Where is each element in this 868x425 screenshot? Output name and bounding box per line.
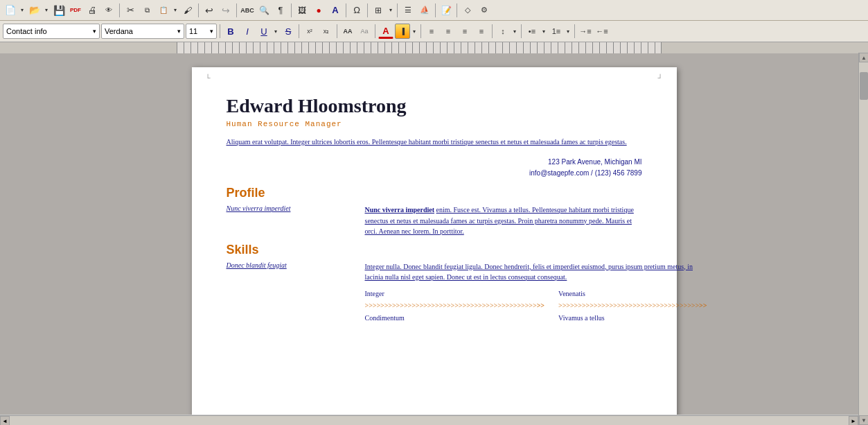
decrease-indent-button[interactable]: ←≡: [594, 24, 610, 39]
fontwork-button[interactable]: A: [328, 3, 343, 18]
separator-5: [346, 3, 346, 17]
align-center-button[interactable]: ≡: [441, 24, 456, 39]
document-page[interactable]: └ ┘ Edward Hloomstrong Human Resource Ma…: [192, 67, 677, 415]
find-button[interactable]: 🔍: [256, 3, 272, 18]
main-area: └ ┘ Edward Hloomstrong Human Resource Ma…: [0, 53, 868, 415]
new-button[interactable]: 📄: [3, 3, 18, 18]
size-dropdown[interactable]: 11 ▾: [186, 24, 217, 39]
skills-right: Integer nulla. Donec blandit feugiat lig…: [365, 261, 707, 324]
orderedlist-group: 1≡ ▾: [549, 24, 572, 39]
unorderedlist-dropdown-arrow[interactable]: ▾: [540, 24, 547, 39]
ordered-list-button[interactable]: 1≡: [549, 24, 564, 39]
separator-1: [119, 3, 120, 17]
separator-4: [291, 3, 292, 17]
separator-7: [397, 3, 398, 17]
paste-button[interactable]: 📋: [156, 3, 171, 18]
separator-f1: [220, 24, 220, 38]
scrollbar-thumb[interactable]: [860, 72, 868, 100]
paste-dropdown-arrow[interactable]: ▾: [172, 3, 179, 18]
underline-group: U ▾: [256, 24, 279, 39]
skills-subtitle: Donec blandit feugiat: [227, 261, 351, 269]
highlight-dropdown-arrow[interactable]: ▾: [411, 24, 418, 39]
separator-f3: [337, 24, 337, 38]
style-dropdown[interactable]: Contact info ▾: [3, 24, 100, 39]
postit-button[interactable]: 📝: [439, 3, 454, 18]
corner-mark-tl: └: [206, 74, 211, 82]
open-button[interactable]: 📂: [27, 3, 42, 18]
styles-button[interactable]: ☰: [400, 3, 416, 18]
uppercase-button[interactable]: AA: [340, 24, 355, 39]
pdf-button[interactable]: PDF: [68, 3, 83, 18]
omega-button[interactable]: Ω: [349, 3, 364, 18]
increase-indent-button[interactable]: →≡: [578, 24, 593, 39]
contact-address: 123 Park Avenue, Michigan MI: [227, 157, 642, 168]
font-dropdown[interactable]: Verdana ▾: [101, 24, 184, 39]
image-button[interactable]: 🖼: [294, 3, 310, 18]
skill-label-4: Vivamus a tellus: [558, 313, 707, 324]
scroll-up-arrow[interactable]: ▲: [859, 53, 868, 62]
document-name: Edward Hloomstrong: [227, 95, 642, 117]
underline-dropdown-arrow[interactable]: ▾: [272, 24, 279, 39]
cut-button[interactable]: ✂: [123, 3, 138, 18]
separator-f7: [521, 24, 522, 38]
new-dropdown-arrow[interactable]: ▾: [19, 3, 26, 18]
separator-f6: [492, 24, 493, 38]
size-dropdown-value: 11: [189, 27, 210, 35]
undo-button[interactable]: ↩: [202, 3, 217, 18]
toolbar-row-2: Contact info ▾ Verdana ▾ 11 ▾ B I U ▾ S …: [0, 21, 868, 42]
align-justify-button[interactable]: ≡: [474, 24, 489, 39]
italic-button[interactable]: I: [240, 24, 255, 39]
style-dropdown-arrow[interactable]: ▾: [93, 28, 96, 35]
open-dropdown-arrow[interactable]: ▾: [43, 3, 50, 18]
bold-button[interactable]: B: [223, 24, 238, 39]
strikethrough-button[interactable]: S: [281, 24, 296, 39]
underline-button[interactable]: U: [256, 24, 272, 39]
line-spacing-button[interactable]: ↕: [495, 24, 511, 39]
save-button[interactable]: 💾: [51, 3, 67, 18]
align-left-button[interactable]: ≡: [424, 24, 439, 39]
unorderedlist-group: •≡ ▾: [524, 24, 547, 39]
copy-button[interactable]: ⧉: [139, 3, 154, 18]
linespacing-dropdown-arrow[interactable]: ▾: [511, 24, 518, 39]
ruler-document-area: [177, 42, 662, 53]
redo-button[interactable]: ↪: [218, 3, 233, 18]
unordered-list-button[interactable]: •≡: [524, 24, 540, 39]
skills-content: Donec blandit feugiat Integer nulla. Don…: [227, 261, 642, 324]
navigator-button[interactable]: ⛵: [417, 3, 432, 18]
vertical-scrollbar[interactable]: ▲ ▼: [858, 53, 868, 415]
orderedlist-dropdown-arrow[interactable]: ▾: [565, 24, 572, 39]
lowercase-button[interactable]: Aa: [357, 24, 372, 39]
font-dropdown-value: Verdana: [105, 27, 175, 35]
preview-button[interactable]: 👁: [101, 3, 116, 18]
diamond-button[interactable]: ◇: [460, 3, 475, 18]
toolbar-area: 📄 ▾ 📂 ▾ 💾 PDF 🖨 👁 ✂ ⧉ 📋 ▾ 🖌 ↩ ↪ ABC 🔍 ¶ …: [0, 0, 868, 42]
fontcolor-button[interactable]: A: [378, 24, 393, 39]
font-dropdown-arrow[interactable]: ▾: [177, 28, 181, 35]
align-right-button[interactable]: ≡: [457, 24, 472, 39]
superscript-button[interactable]: x²: [302, 24, 317, 39]
size-dropdown-arrow[interactable]: ▾: [210, 28, 213, 35]
skills-grid: Integer Venenatis >>>>>>>>>>>>>>>>>>>>>>…: [365, 288, 707, 324]
profile-right: Nunc viverra imperdiet enim. Fusce est. …: [365, 205, 642, 237]
skills-body: Integer nulla. Donec blandit feugiat lig…: [365, 261, 707, 283]
separator-f2: [299, 24, 299, 38]
spellcheck-button[interactable]: ABC: [240, 3, 255, 18]
chart-button[interactable]: ●: [311, 3, 326, 18]
contact-block: 123 Park Avenue, Michigan MI info@stagep…: [227, 157, 642, 179]
print-button[interactable]: 🖨: [85, 3, 100, 18]
document-intro: Aliquam erat volutpat. Integer ultrices …: [227, 137, 642, 147]
table-button[interactable]: ⊞: [371, 3, 386, 18]
separator-f4: [375, 24, 375, 38]
toolbar-row-1: 📄 ▾ 📂 ▾ 💾 PDF 🖨 👁 ✂ ⧉ 📋 ▾ 🖌 ↩ ↪ ABC 🔍 ¶ …: [0, 0, 868, 21]
profile-content: Nunc viverra imperdiet Nunc viverra impe…: [227, 205, 642, 237]
ruler-left-margin: [0, 42, 177, 53]
table-dropdown-arrow[interactable]: ▾: [387, 3, 394, 18]
skill-arrows-2: >>>>>>>>>>>>>>>>>>>>>>>>>>>>>>>>>>>>>>: [558, 300, 707, 311]
nonprint-button[interactable]: ¶: [273, 3, 288, 18]
highlight-button[interactable]: ▐: [395, 24, 410, 39]
separator-9: [457, 3, 457, 17]
format-paint-button[interactable]: 🖌: [180, 3, 195, 18]
subscript-button[interactable]: x₂: [319, 24, 334, 39]
separator-6: [367, 3, 368, 17]
macro-button[interactable]: ⚙: [477, 3, 492, 18]
